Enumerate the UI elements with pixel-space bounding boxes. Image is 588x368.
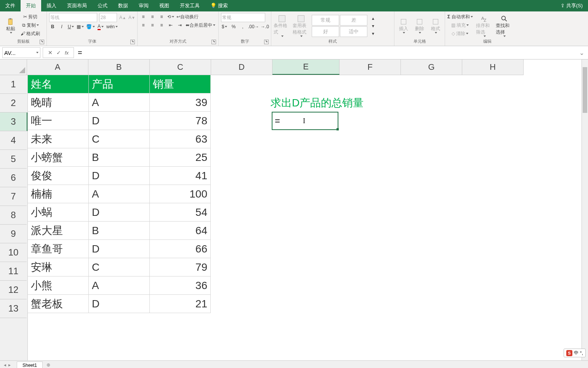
sheet-next-icon[interactable]: ▸ [8,362,11,368]
cell-A3[interactable]: 唯一 [28,112,89,130]
row-header-7[interactable]: 7 [0,187,27,206]
cell-B13[interactable]: D [89,295,150,313]
phonetic-button[interactable]: wén [106,23,118,31]
format-painter-button[interactable]: 🖌 格式刷 [21,30,40,37]
cell-A12[interactable]: 小熊 [28,276,89,295]
cell-B11[interactable]: C [89,258,150,276]
name-box[interactable]: AV... [2,47,40,58]
column-header-H[interactable]: H [462,59,524,75]
cancel-formula-button[interactable]: ✕ [48,50,53,56]
column-header-C[interactable]: C [150,59,211,75]
sort-filter-button[interactable]: AZ排序和筛选 [476,13,493,39]
cell-C9[interactable]: 64 [150,222,211,240]
select-all-corner[interactable] [0,59,27,75]
formula-expand-button[interactable]: ⌄ [575,49,588,56]
bold-button[interactable]: B [49,23,56,31]
underline-button[interactable]: U [67,23,74,31]
cell-C8[interactable]: 54 [150,203,211,222]
cell-C2[interactable]: 39 [150,93,211,112]
currency-button[interactable]: $ [221,23,228,31]
row-header-9[interactable]: 9 [0,225,27,243]
style-bad[interactable]: 差 [340,15,367,26]
cell-C3[interactable]: 78 [150,112,211,130]
column-header-B[interactable]: B [88,59,150,75]
column-header-D[interactable]: D [211,59,272,75]
cell-C13[interactable]: 21 [150,295,211,313]
cell-B8[interactable]: D [89,203,150,222]
cell-B4[interactable]: C [89,130,150,148]
row-header-1[interactable]: 1 [0,75,27,94]
wrap-text-button[interactable]: ↩ 自动换行 [176,13,199,21]
cell-B6[interactable]: D [89,167,150,185]
paste-button[interactable]: 粘贴 [2,13,19,39]
orientation-button[interactable]: ⟲ [167,13,174,21]
cell-A11[interactable]: 安琳 [28,258,89,276]
indent-inc-button[interactable]: ⇥ [176,21,183,29]
search-box[interactable]: 💡 搜索 [205,0,233,11]
cell-B9[interactable]: B [89,222,150,240]
row-header-2[interactable]: 2 [0,94,27,112]
cell-A13[interactable]: 蟹老板 [28,295,89,313]
add-sheet-button[interactable]: ⊕ [43,362,54,368]
column-header-A[interactable]: A [27,59,88,75]
cell-A6[interactable]: 俊俊 [28,167,89,185]
cell-A8[interactable]: 小蜗 [28,203,89,222]
row-header-11[interactable]: 11 [0,262,27,281]
inc-decimal-button[interactable]: .00→ [248,23,259,31]
decrease-font-button[interactable]: A▼ [128,14,135,21]
font-name-select[interactable] [49,13,97,22]
italic-button[interactable]: I [58,23,65,31]
row-header-13[interactable]: 13 [0,299,27,318]
sheet-nav[interactable]: ◂▸ [0,362,14,368]
dec-decimal-button[interactable]: →.0 [261,23,269,31]
percent-button[interactable]: % [230,23,237,31]
row-header-8[interactable]: 8 [0,206,27,225]
style-scroll-up[interactable]: ▴ [370,14,377,22]
enter-formula-button[interactable]: ✓ [56,50,61,56]
number-launcher-icon[interactable]: ⬊ [264,40,269,44]
table-format-button[interactable]: 套用表格格式 [293,15,309,37]
tab-home[interactable]: 开始 [21,0,41,11]
cell-C10[interactable]: 66 [150,240,211,258]
share-button[interactable]: ⇪ 共享(S) [555,2,588,9]
column-header-G[interactable]: G [401,59,462,75]
fill-button[interactable]: ▥ 填充 [447,21,473,29]
cell-A4[interactable]: 未来 [28,130,89,148]
cells-area[interactable]: 求出D产品的总销量 = I 姓名产品销量晚晴A39唯一D78未来C63小螃蟹B2… [28,75,588,360]
cell-C1[interactable]: 销量 [150,75,211,93]
align-launcher-icon[interactable]: ⬊ [211,40,216,44]
sheet-tab[interactable]: Sheet1 [17,362,43,368]
align-center-button[interactable]: ≡ [149,21,156,29]
cell-B3[interactable]: D [89,112,150,130]
tab-dev[interactable]: 开发工具 [175,0,205,11]
align-left-button[interactable]: ≡ [140,21,147,29]
style-more[interactable]: ▾ [370,30,377,37]
cell-B2[interactable]: A [89,93,150,112]
align-bottom-button[interactable]: ≡ [158,13,165,21]
cut-button[interactable]: ✂ 剪切 [21,13,40,21]
tab-data[interactable]: 数据 [113,0,133,11]
font-launcher-icon[interactable]: ⬊ [130,40,135,44]
comma-button[interactable]: , [239,23,246,31]
merge-button[interactable]: ⬌ 合并后居中 [186,21,215,29]
font-size-select[interactable] [99,13,117,22]
cell-B7[interactable]: A [89,185,150,203]
row-header-10[interactable]: 10 [0,243,27,262]
row-header-12[interactable]: 12 [0,281,27,299]
style-normal[interactable]: 常规 [312,15,339,26]
font-color-button[interactable]: A [97,23,104,31]
cell-B12[interactable]: A [89,276,150,295]
cell-C4[interactable]: 63 [150,130,211,148]
column-header-F[interactable]: F [340,59,401,75]
cell-C6[interactable]: 41 [150,167,211,185]
cell-A9[interactable]: 派大星 [28,222,89,240]
cell-B5[interactable]: B [89,148,150,167]
align-top-button[interactable]: ≡ [140,13,147,21]
align-right-button[interactable]: ≡ [158,21,165,29]
autosum-button[interactable]: Σ 自动求和 [447,13,473,21]
find-select-button[interactable]: 查找和选择 [496,13,513,39]
tab-view[interactable]: 视图 [154,0,175,11]
row-header-6[interactable]: 6 [0,169,27,187]
clipboard-launcher-icon[interactable]: ⬊ [40,40,44,44]
number-format-select[interactable] [221,13,265,22]
